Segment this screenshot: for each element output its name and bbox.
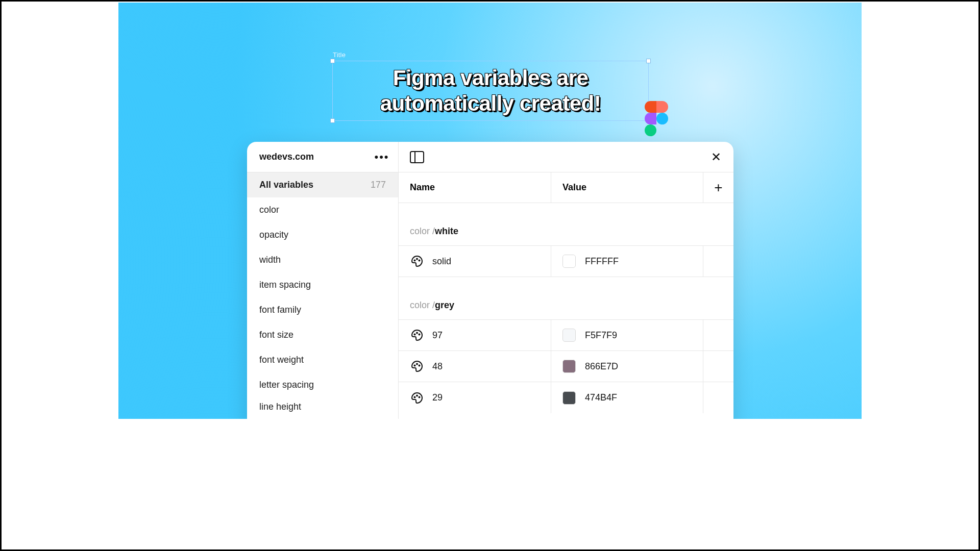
sidebar-item-label: item spacing (259, 280, 311, 290)
sidebar-item-count: 177 (371, 180, 386, 190)
variable-value-cell[interactable]: 474B4F (551, 382, 703, 413)
sidebar-item-label: color (259, 205, 279, 215)
color-swatch[interactable] (562, 360, 576, 373)
close-button[interactable]: ✕ (709, 150, 723, 164)
variable-hex: FFFFFF (585, 256, 619, 267)
svg-point-8 (419, 365, 420, 366)
sidebar-item-width[interactable]: width (247, 247, 398, 272)
variable-hex: 866E7D (585, 361, 618, 372)
resize-handle-bottom-left[interactable] (330, 118, 335, 123)
sidebar-item-item-spacing[interactable]: item spacing (247, 272, 398, 297)
group-prefix: color / (410, 300, 435, 311)
svg-point-0 (414, 260, 415, 261)
sidebar-item-label: line height (259, 402, 301, 412)
sidebar-item-label: font weight (259, 355, 304, 365)
svg-point-3 (414, 334, 415, 335)
svg-point-7 (416, 364, 418, 365)
variables-sidebar: wedevs.com ••• All variables177coloropac… (247, 142, 399, 419)
row-action-spacer (703, 246, 733, 277)
svg-point-10 (416, 395, 418, 396)
variable-row[interactable]: 48866E7D (399, 351, 733, 382)
row-action-spacer (703, 320, 733, 350)
svg-point-11 (419, 396, 420, 397)
resize-handle-top-right[interactable] (646, 59, 651, 63)
variable-name-cell[interactable]: 97 (399, 320, 551, 350)
sidebar-item-letter-spacing[interactable]: letter spacing (247, 372, 398, 397)
column-header-value: Value (551, 172, 703, 203)
color-swatch[interactable] (562, 255, 576, 268)
variable-value-cell[interactable]: F5F7F9 (551, 320, 703, 350)
sidebar-item-font-family[interactable]: font family (247, 297, 398, 322)
sidebar-item-label: letter spacing (259, 380, 314, 390)
variable-name: 48 (432, 361, 443, 372)
row-action-spacer (703, 382, 733, 413)
figma-logo (645, 101, 668, 136)
variable-name: 29 (432, 392, 443, 403)
svg-point-5 (419, 334, 420, 335)
sidebar-item-opacity[interactable]: opacity (247, 222, 398, 247)
title-text: Figma variables areautomatically created… (333, 65, 648, 117)
group-name: grey (435, 300, 454, 311)
frame-label: Title (333, 51, 346, 59)
toggle-sidebar-icon[interactable] (410, 151, 424, 163)
group-header: color / grey (399, 291, 733, 320)
column-header-name: Name (399, 182, 551, 193)
variable-value-cell[interactable]: 866E7D (551, 351, 703, 382)
variable-hex: 474B4F (585, 392, 617, 403)
variable-name-cell[interactable]: 48 (399, 351, 551, 382)
group-prefix: color / (410, 226, 435, 237)
sidebar-item-label: font size (259, 330, 293, 340)
close-icon: ✕ (711, 150, 721, 164)
variable-name-cell[interactable]: 29 (399, 382, 551, 413)
sidebar-item-font-size[interactable]: font size (247, 322, 398, 347)
svg-point-4 (416, 333, 418, 334)
row-action-spacer (703, 351, 733, 382)
variables-panel: wedevs.com ••• All variables177coloropac… (247, 142, 733, 419)
sidebar-item-label: All variables (259, 180, 313, 190)
svg-point-9 (414, 396, 415, 397)
color-swatch[interactable] (562, 391, 576, 405)
sidebar-item-label: width (259, 255, 281, 265)
variable-name: solid (432, 256, 451, 267)
sidebar-item-label: opacity (259, 230, 288, 240)
variable-value-cell[interactable]: FFFFFF (551, 246, 703, 277)
resize-handle-top-left[interactable] (330, 59, 335, 63)
add-mode-button[interactable]: + (703, 172, 733, 203)
sidebar-item-line-height[interactable]: line height (247, 397, 398, 413)
selected-frame[interactable]: Title Figma variables areautomatically c… (332, 61, 649, 121)
palette-icon (411, 329, 423, 341)
palette-icon (411, 392, 423, 404)
sidebar-item-color[interactable]: color (247, 197, 398, 222)
variable-row[interactable]: 97F5F7F9 (399, 320, 733, 351)
variable-row[interactable]: 29474B4F (399, 382, 733, 413)
variables-main: ✕ Name Value + color / whitesolidFFFFFFc… (399, 142, 733, 419)
palette-icon (411, 255, 423, 267)
svg-point-6 (414, 365, 415, 366)
variable-name: 97 (432, 330, 443, 341)
group-header: color / white (399, 217, 733, 246)
variable-hex: F5F7F9 (585, 330, 617, 341)
sidebar-item-label: font family (259, 305, 301, 315)
collection-menu-button[interactable]: ••• (375, 150, 389, 164)
variable-row[interactable]: solidFFFFFF (399, 246, 733, 277)
svg-point-2 (419, 260, 420, 261)
group-name: white (435, 226, 458, 237)
svg-point-1 (416, 259, 418, 260)
sidebar-item-font-weight[interactable]: font weight (247, 347, 398, 372)
palette-icon (411, 360, 423, 372)
color-swatch[interactable] (562, 329, 576, 342)
variable-name-cell[interactable]: solid (399, 246, 551, 277)
collection-name[interactable]: wedevs.com (259, 152, 314, 162)
sidebar-item-all-variables[interactable]: All variables177 (247, 172, 398, 197)
plus-icon: + (714, 180, 722, 196)
